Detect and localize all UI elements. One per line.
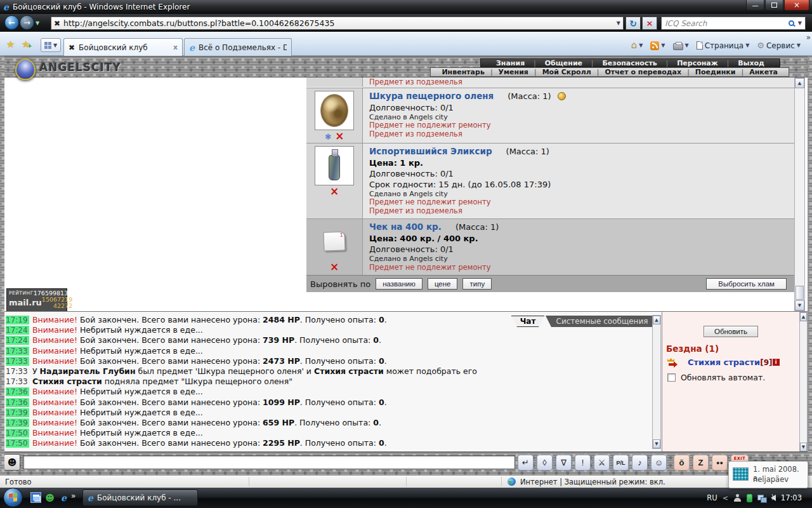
tools-menu-button[interactable]: ⚙Сервис▼ (754, 40, 803, 51)
discard-icon[interactable]: × (335, 130, 344, 142)
menu-bottom-item-3[interactable]: Мой Скролл (537, 68, 597, 76)
address-dropdown-icon[interactable]: ▼ (617, 20, 620, 26)
money-bag-icon[interactable]: ŏ (674, 455, 690, 471)
messenger-icon[interactable]: ☻ (44, 492, 55, 503)
menu-top-item-5[interactable]: Выход (729, 59, 773, 67)
menu-bottom-item-2[interactable]: Умения (493, 68, 534, 76)
scroll-down-icon[interactable]: ▼ (653, 439, 660, 448)
menu-top-item-1[interactable]: Знания (487, 59, 534, 67)
pl-ratio-icon[interactable]: P/L (613, 455, 629, 471)
scroll-thumb[interactable] (796, 286, 804, 300)
chat-timestamp: 17:39 (6, 408, 29, 417)
z-mark-icon[interactable]: Z (693, 455, 709, 471)
info-icon[interactable]: i (773, 359, 780, 366)
auto-refresh-checkbox[interactable] (667, 373, 676, 382)
item-image[interactable] (315, 222, 354, 261)
screen-alert-icon[interactable]: ! (575, 455, 591, 471)
item-image[interactable] (315, 146, 354, 185)
sort-by-1-button[interactable]: названию (376, 278, 422, 290)
menu-bottom-item-4[interactable]: Отчет о переводах (599, 68, 687, 76)
stop-button[interactable]: × (642, 17, 657, 30)
chat-scrollbar[interactable]: ▲ ▼ (652, 315, 661, 449)
menu-top-item-4[interactable]: Персонаж (668, 59, 727, 67)
chat-message-input[interactable] (23, 455, 515, 469)
character-link[interactable]: Стихия страсти (688, 358, 760, 367)
back-button[interactable]: ← (4, 15, 19, 30)
attack-icon[interactable] (667, 358, 679, 367)
forward-button[interactable]: → (20, 15, 34, 30)
item-name-link[interactable]: Шкура пещерного оленя (369, 91, 494, 101)
item-details: Шкура пещерного оленя(Масса: 1)Долговечн… (363, 88, 794, 143)
private-message-button[interactable]: ☻ (4, 454, 20, 471)
tray-volume-icon[interactable] (771, 495, 776, 501)
search-dropdown-icon[interactable]: ▼ (798, 20, 802, 26)
exchange-icon[interactable]: ❄ (324, 132, 331, 142)
window-switcher-icon[interactable] (30, 492, 41, 503)
tab-close-icon[interactable]: x (173, 43, 178, 51)
tray-chevron-icon[interactable]: < (723, 494, 728, 502)
tab-system-messages[interactable]: Системные сообщения (546, 316, 658, 327)
feeds-button[interactable]: ▼ (648, 40, 667, 51)
fight-icon[interactable]: ⚔ (594, 455, 610, 471)
menu-bottom-item-6[interactable]: Анкета (743, 68, 783, 76)
mailru-rating-counter[interactable]: РЕЙТИНГ 1765998138 mail.ru 15067219 4227… (6, 288, 67, 312)
tray-network-icon[interactable] (757, 495, 766, 502)
overflow-chevron-icon[interactable]: » (806, 33, 811, 42)
refresh-button[interactable]: Обновить (704, 326, 758, 337)
people-icon[interactable]: ●● (712, 455, 728, 471)
taskbar-task-button[interactable]: e Бойцовский клуб - ... (82, 490, 198, 506)
menu-top-item-2[interactable]: Общение (536, 59, 591, 67)
sort-by-3-button[interactable]: типу (462, 278, 492, 290)
discard-icon[interactable]: × (330, 260, 339, 273)
counter-bottom-value: 42272 (42, 303, 72, 309)
browser-tab-active[interactable]: ✖ Бойцовский клуб x (63, 38, 183, 56)
scroll-up-icon[interactable]: ▲ (653, 316, 660, 324)
tray-user-icon[interactable] (733, 494, 742, 502)
page-scrollbar[interactable]: ▲ ▼ (799, 312, 808, 452)
quick-tabs-button[interactable]: ▼ (41, 38, 61, 52)
maximize-button[interactable] (765, 0, 783, 11)
discard-icon[interactable]: × (330, 185, 339, 197)
refresh-button[interactable]: ↻ (625, 17, 641, 30)
quick-launch-chevron-icon[interactable]: » (71, 491, 75, 500)
search-input[interactable] (665, 19, 789, 28)
menu-bottom-item-5[interactable]: Поединки (690, 68, 742, 76)
filter-icon[interactable]: ∇ (556, 455, 572, 471)
discard-junk-button[interactable]: Выбросить хлам (706, 278, 787, 290)
menu-top-item-3[interactable]: Безопасность (593, 59, 665, 67)
tools-menu-label: Сервис (766, 41, 795, 50)
gear-icon: ⚙ (757, 41, 764, 50)
search-icon[interactable] (789, 20, 794, 26)
music-icon[interactable]: ♪ (632, 455, 648, 471)
item-name-link[interactable]: Чек на 400 кр. (369, 222, 442, 232)
task-label: Бойцовский клуб - ... (97, 493, 181, 502)
close-button[interactable]: × (784, 0, 809, 11)
minimize-button[interactable]: — (746, 0, 764, 11)
scroll-down-icon[interactable]: ▼ (800, 443, 807, 451)
add-favorite-icon[interactable]: ★+ (22, 39, 30, 50)
smiley-icon[interactable]: ☺ (651, 455, 667, 471)
address-input[interactable] (63, 18, 617, 28)
scroll-down-icon[interactable]: ▼ (795, 300, 804, 311)
scroll-up-icon[interactable]: ▲ (795, 78, 804, 88)
quick-launch-ie-icon[interactable]: e (58, 492, 69, 503)
favorites-center-icon[interactable]: ★ (6, 39, 15, 50)
tray-messenger-icon[interactable] (747, 494, 752, 502)
chat-line: 17:36Внимание! Небритый нуждается в еде.… (6, 387, 650, 397)
menu-bottom-item-1[interactable]: Инвентарь (436, 68, 490, 76)
page-menu-button[interactable]: Страница▼ (694, 40, 752, 51)
item-name-link[interactable]: Испортившийся Эликсир (369, 146, 492, 156)
item-image[interactable] (315, 91, 354, 130)
send-icon[interactable]: ↵ (518, 455, 534, 471)
eraser-icon[interactable]: ◊ (537, 455, 553, 471)
content-scrollbar[interactable]: ▲ ▼ (794, 77, 805, 311)
tab-chat[interactable]: Чат (511, 316, 544, 327)
print-button[interactable]: ▼ (671, 40, 691, 51)
language-indicator[interactable]: RU (707, 493, 717, 502)
start-button[interactable] (3, 488, 23, 507)
sort-by-2-button[interactable]: цене (428, 278, 458, 290)
home-button[interactable]: ⌂▼ (629, 39, 646, 51)
history-dropdown-icon[interactable]: ▼ (36, 20, 39, 26)
browser-tab-inactive[interactable]: e Всё о Подземельях - Dark... (184, 38, 292, 56)
scroll-up-icon[interactable]: ▲ (800, 312, 807, 321)
